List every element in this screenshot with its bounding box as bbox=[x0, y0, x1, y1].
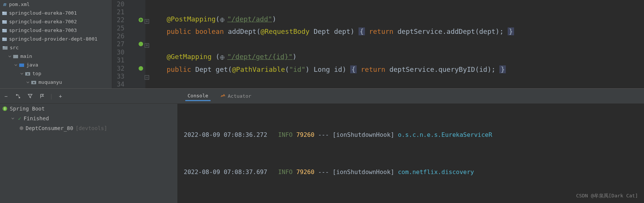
package-icon bbox=[31, 79, 37, 85]
code-content[interactable]: @PostMapping("/dept/add") public boolean… bbox=[145, 0, 644, 88]
line-number: 31 bbox=[117, 56, 128, 64]
pkg-label: top bbox=[32, 71, 41, 76]
tree-item-module[interactable]: springcloud-eureka-7001 bbox=[0, 9, 112, 17]
svg-point-26 bbox=[139, 42, 143, 46]
watermark: CSDN @牟泉禹[Dark Cat] bbox=[576, 192, 638, 199]
chevron-down-icon bbox=[8, 55, 12, 58]
globe-icon[interactable] bbox=[220, 16, 227, 24]
gutter: 20 21 22+ 25 26 27+ 30 31 32 33− 34 bbox=[112, 0, 145, 88]
tree-item-src[interactable]: src bbox=[0, 43, 112, 52]
check-icon: ✓ bbox=[18, 115, 21, 121]
svg-point-15 bbox=[33, 82, 35, 83]
svg-rect-10 bbox=[13, 55, 18, 58]
svg-rect-31 bbox=[16, 94, 18, 95]
line-number: 27 bbox=[117, 40, 128, 48]
chevron-down-icon bbox=[11, 117, 15, 120]
line-number: 30 bbox=[117, 48, 128, 56]
tree-item-module[interactable]: springcloud-provider-dept-8001 bbox=[0, 35, 112, 43]
svg-rect-3 bbox=[2, 20, 4, 21]
tree-item-pom[interactable]: m pom.xml bbox=[0, 0, 112, 9]
tree-item-pkg[interactable]: muquanyu bbox=[0, 78, 112, 86]
fold-icon[interactable]: + bbox=[145, 43, 149, 48]
fold-icon[interactable]: − bbox=[145, 75, 149, 80]
file-label: pom.xml bbox=[9, 2, 30, 7]
chevron-down-icon bbox=[26, 81, 30, 84]
module-label: springcloud-eureka-7002 bbox=[9, 19, 77, 24]
svg-point-27 bbox=[139, 66, 143, 71]
line-number: 32 bbox=[117, 65, 128, 72]
line-number: 22 bbox=[117, 16, 128, 24]
chevron-down-icon bbox=[20, 72, 24, 75]
run-services: Spring Boot ✓ Finished DeptConsumer_80 [… bbox=[0, 104, 178, 203]
svg-rect-1 bbox=[2, 12, 4, 13]
tab-console[interactable]: Console bbox=[185, 91, 211, 101]
svg-rect-11 bbox=[19, 64, 24, 67]
left-item-finished[interactable]: ✓ Finished bbox=[0, 114, 177, 123]
line-number: 33 bbox=[117, 73, 128, 80]
flag-icon[interactable] bbox=[38, 92, 47, 101]
bottom-panel: − | + Console Actuator Spring Boot bbox=[0, 88, 644, 203]
tree-item-module[interactable]: springcloud-eureka-7003 bbox=[0, 26, 112, 35]
spring-gutter-icon[interactable] bbox=[138, 17, 144, 23]
folder-label: main bbox=[20, 53, 32, 59]
line-number: 20 bbox=[117, 0, 128, 8]
spring-gutter-icon[interactable] bbox=[138, 65, 144, 71]
package-icon bbox=[25, 71, 31, 77]
spring-gutter-icon[interactable] bbox=[138, 41, 144, 47]
code-editor[interactable]: 20 21 22+ 25 26 27+ 30 31 32 33− 34 @Pos… bbox=[112, 0, 644, 88]
tree-item-main[interactable]: main bbox=[0, 52, 112, 61]
left-item-springboot[interactable]: Spring Boot bbox=[0, 104, 177, 114]
folder-label: src bbox=[10, 45, 18, 50]
actuator-icon bbox=[220, 94, 226, 99]
svg-point-13 bbox=[27, 73, 29, 75]
pkg-label: muquanyu bbox=[38, 79, 62, 85]
svg-rect-7 bbox=[2, 38, 4, 39]
tab-actuator[interactable]: Actuator bbox=[218, 92, 254, 100]
module-label: springcloud-eureka-7003 bbox=[9, 27, 77, 33]
left-item-app[interactable]: DeptConsumer_80 [devtools] bbox=[0, 123, 177, 133]
project-tree: m pom.xml springcloud-eureka-7001 spring… bbox=[0, 0, 112, 88]
funnel-icon[interactable] bbox=[26, 92, 35, 101]
module-icon bbox=[2, 19, 8, 25]
globe-icon[interactable] bbox=[220, 54, 227, 61]
xml-file-icon: m bbox=[2, 2, 8, 8]
module-icon bbox=[2, 27, 8, 33]
line-number: 21 bbox=[117, 8, 128, 16]
module-label: springcloud-eureka-7001 bbox=[9, 10, 77, 16]
add-icon[interactable]: + bbox=[56, 92, 65, 101]
folder-icon bbox=[2, 45, 8, 51]
module-icon bbox=[2, 36, 8, 42]
line-number: 25 bbox=[117, 24, 128, 32]
svg-rect-5 bbox=[2, 29, 4, 30]
graph-icon[interactable] bbox=[14, 92, 23, 101]
spring-boot-icon bbox=[2, 106, 8, 111]
fold-icon[interactable]: + bbox=[145, 19, 149, 24]
module-icon bbox=[2, 10, 8, 16]
folder-icon bbox=[13, 53, 19, 59]
source-folder-icon bbox=[19, 62, 25, 68]
tree-item-java[interactable]: java bbox=[0, 61, 112, 69]
svg-rect-32 bbox=[19, 97, 20, 98]
status-dot-icon bbox=[20, 126, 23, 130]
tree-item-module[interactable]: springcloud-eureka-7002 bbox=[0, 17, 112, 26]
line-number: 34 bbox=[117, 80, 128, 88]
folder-label: java bbox=[26, 62, 38, 68]
svg-rect-9 bbox=[3, 46, 5, 47]
tree-item-pkg[interactable]: top bbox=[0, 69, 112, 78]
console-output[interactable]: 2022-08-09 07:08:36.272 INFO 79260 --- [… bbox=[178, 104, 644, 203]
chevron-down-icon bbox=[14, 64, 18, 67]
minus-icon[interactable]: − bbox=[2, 92, 11, 101]
line-number: 26 bbox=[117, 32, 128, 40]
module-label: springcloud-provider-dept-8001 bbox=[9, 36, 98, 42]
